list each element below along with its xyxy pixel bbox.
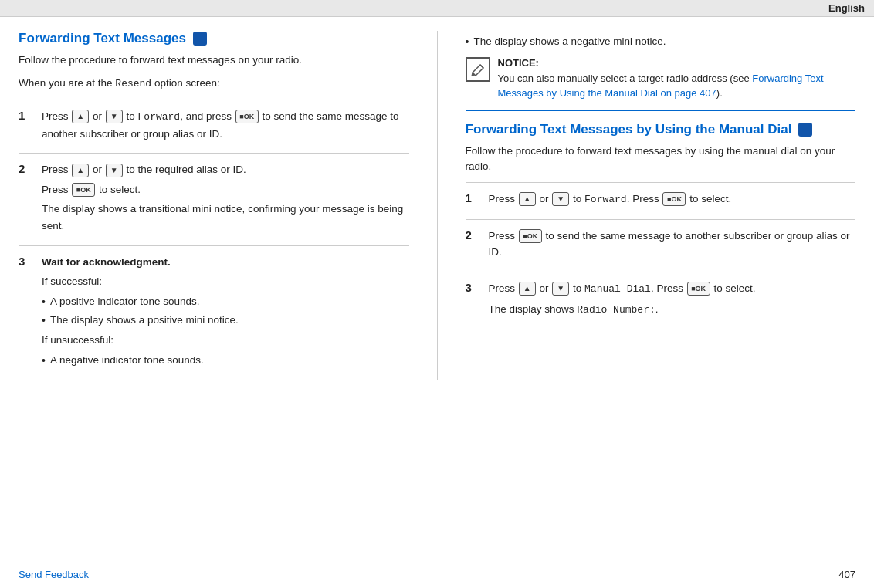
notice-icon xyxy=(466,57,490,82)
step-number-1: 1 xyxy=(19,109,32,122)
notice-box: NOTICE: You can also manually select a t… xyxy=(466,56,856,101)
language-label: English xyxy=(828,2,865,14)
send-feedback-link[interactable]: Send Feedback xyxy=(19,569,89,580)
up-icon-r1: ▲ xyxy=(519,192,536,206)
right-intro: Follow the procedure to forward text mes… xyxy=(466,144,856,175)
left-when: When you are at the Resend option screen… xyxy=(19,76,409,92)
bullet-positive-tone: A positive indicator tone sounds. xyxy=(42,293,409,310)
left-section: Forwarding Text Messages Follow the proc… xyxy=(19,31,438,380)
top-bar: English xyxy=(0,0,874,17)
down-arrow-icon: ▼ xyxy=(106,110,123,123)
ok-icon-r2: ■OK xyxy=(519,229,542,243)
left-step-3: 3 Wait for acknowledgment. If successful… xyxy=(19,245,409,380)
right-step-1-content: Press ▲ or ▼ to Forward. Press ■OK to se… xyxy=(489,191,856,211)
ok-icon-r3: ■OK xyxy=(687,282,710,296)
unsuccessful-bullets: A negative indicator tone sounds. xyxy=(42,352,409,369)
up-icon-r3: ▲ xyxy=(519,282,536,296)
up-arrow-icon-2: ▲ xyxy=(72,164,89,177)
right-title: Forwarding Text Messages by Using the Ma… xyxy=(466,122,856,137)
right-bullet-negative-display: The display shows a negative mini notice… xyxy=(466,35,856,48)
bullet-positive-display: The display shows a positive mini notice… xyxy=(42,312,409,329)
right-step-number-1: 1 xyxy=(466,191,479,204)
ok-icon-r1: ■OK xyxy=(662,192,686,206)
right-step-2: 2 Press ■OK to send the same message to … xyxy=(466,219,856,272)
step-2-content: Press ▲ or ▼ to the required alias or ID… xyxy=(42,161,409,237)
left-title: Forwarding Text Messages xyxy=(19,31,409,46)
down-icon-r1: ▼ xyxy=(552,192,569,206)
left-step-2: 2 Press ▲ or ▼ to the required alias or … xyxy=(19,153,409,245)
left-title-icon xyxy=(193,32,207,46)
right-step-3: 3 Press ▲ or ▼ to Manual Dial. Press ■OK… xyxy=(466,272,856,329)
right-step-number-2: 2 xyxy=(466,228,479,242)
section-divider xyxy=(466,110,856,111)
right-top-bullets: The display shows a negative mini notice… xyxy=(466,35,856,48)
left-step-1: 1 Press ▲ or ▼ to Forward, and press ■OK… xyxy=(19,100,409,153)
bullet-negative-tone: A negative indicator tone sounds. xyxy=(42,352,409,369)
pencil-icon xyxy=(470,62,486,77)
up-arrow-icon: ▲ xyxy=(72,110,89,123)
left-intro: Follow the procedure to forward text mes… xyxy=(19,52,409,68)
right-step-2-content: Press ■OK to send the same message to an… xyxy=(489,228,856,264)
step-number-3: 3 xyxy=(19,255,32,268)
ok-button-icon: ■OK xyxy=(235,110,259,123)
down-arrow-icon-2: ▼ xyxy=(106,164,123,177)
right-step-3-content: Press ▲ or ▼ to Manual Dial. Press ■OK t… xyxy=(489,280,856,322)
right-section: The display shows a negative mini notice… xyxy=(438,31,856,380)
page-number: 407 xyxy=(838,569,855,580)
down-icon-r3: ▼ xyxy=(552,282,569,296)
successful-bullets: A positive indicator tone sounds. The di… xyxy=(42,293,409,329)
notice-text: NOTICE: You can also manually select a t… xyxy=(498,56,856,101)
step-number-2: 2 xyxy=(19,162,32,175)
right-step-number-3: 3 xyxy=(466,281,479,294)
right-steps: 1 Press ▲ or ▼ to Forward. Press ■OK to … xyxy=(466,182,856,329)
right-title-icon xyxy=(798,123,812,137)
step-3-content: Wait for acknowledgment. If successful: … xyxy=(42,254,409,373)
right-step-1: 1 Press ▲ or ▼ to Forward. Press ■OK to … xyxy=(466,182,856,219)
step-1-content: Press ▲ or ▼ to Forward, and press ■OK t… xyxy=(42,108,409,145)
ok-button-icon-2: ■OK xyxy=(72,183,95,197)
left-steps: 1 Press ▲ or ▼ to Forward, and press ■OK… xyxy=(19,100,409,380)
footer: Send Feedback 407 xyxy=(0,561,874,588)
